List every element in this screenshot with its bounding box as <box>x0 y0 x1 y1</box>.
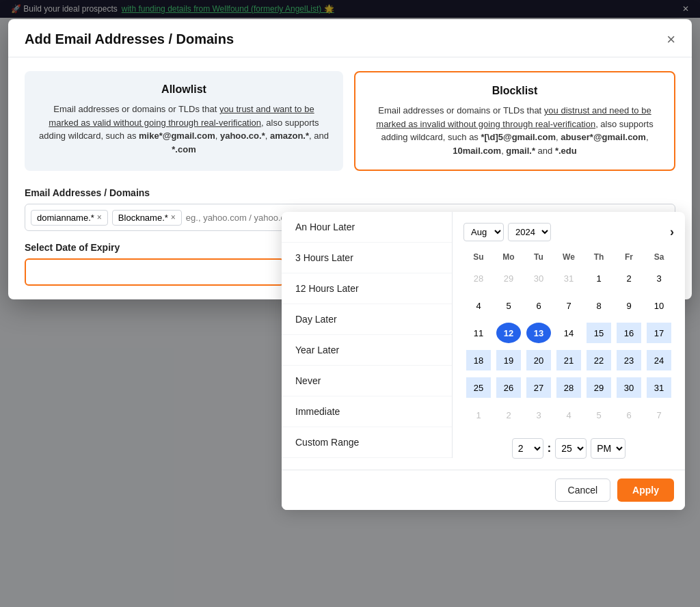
calendar-panel: JanFebMarApr MayJunJulAug SepOctNovDec 2… <box>453 212 685 470</box>
cal-header-tu: Tu <box>524 249 554 265</box>
cal-header-mo: Mo <box>494 249 524 265</box>
time-picker: 2 1345 6789 101112 : 00051015 20253035 4… <box>463 438 674 459</box>
option-year-later[interactable]: Year Later <box>282 335 452 366</box>
cal-cell[interactable]: 27 <box>524 374 554 401</box>
cal-cell[interactable]: 3 <box>524 401 554 429</box>
cal-cell[interactable]: 9 <box>614 292 644 319</box>
cal-cell[interactable]: 20 <box>524 347 554 374</box>
calendar-grid: Su Mo Tu We Th Fr Sa 2829303112345678910… <box>463 249 674 429</box>
blocklist-desc: Email addresses or domains or TLDs that … <box>369 104 660 157</box>
cal-cell[interactable]: 10 <box>644 292 674 319</box>
allowlist-desc: Email addresses or domains or TLDs that … <box>38 103 329 156</box>
calendar-next-button[interactable]: › <box>670 225 674 239</box>
cal-cell[interactable]: 2 <box>614 265 644 292</box>
calendar-header: JanFebMarApr MayJunJulAug SepOctNovDec 2… <box>463 223 674 241</box>
cal-cell[interactable]: 30 <box>614 374 644 401</box>
email-field-label: Email Addresses / Domains <box>25 187 675 198</box>
cal-cell[interactable]: 31 <box>554 265 584 292</box>
calendar-body: 2829303112345678910111213141516171819202… <box>463 265 674 429</box>
option-immediate[interactable]: Immediate <box>282 396 452 427</box>
cal-cell[interactable]: 1 <box>463 401 494 429</box>
cal-cell[interactable]: 25 <box>463 374 494 401</box>
cal-cell[interactable]: 7 <box>644 401 674 429</box>
month-select[interactable]: JanFebMarApr MayJunJulAug SepOctNovDec <box>463 223 504 241</box>
tag-blockname: Blockname.* × <box>112 210 182 226</box>
tag-label-2: Blockname.* <box>118 213 168 223</box>
expiry-dropdown-panel: An Hour Later 3 Hours Later 12 Hours Lat… <box>282 212 685 510</box>
minute-select[interactable]: 00051015 20253035 40455055 <box>555 438 587 459</box>
dropdown-footer: Cancel Apply <box>282 470 685 510</box>
tag-label: domianname.* <box>37 213 94 223</box>
cal-header-su: Su <box>463 249 494 265</box>
cal-cell[interactable]: 31 <box>644 374 674 401</box>
cal-header-we: We <box>554 249 584 265</box>
cal-cell[interactable]: 18 <box>463 347 494 374</box>
cal-cell[interactable]: 22 <box>584 347 614 374</box>
cal-cell[interactable]: 19 <box>494 347 524 374</box>
option-never[interactable]: Never <box>282 366 452 396</box>
option-3-hours-later[interactable]: 3 Hours Later <box>282 243 452 273</box>
cal-cell[interactable]: 12 <box>494 319 524 347</box>
expiry-input[interactable] <box>25 258 284 286</box>
cal-cell[interactable]: 4 <box>554 401 584 429</box>
time-colon: : <box>548 442 551 455</box>
cal-cell[interactable]: 29 <box>584 374 614 401</box>
hour-select[interactable]: 2 1345 6789 101112 <box>512 438 543 459</box>
cal-cell[interactable]: 21 <box>554 347 584 374</box>
cal-header-sa: Sa <box>644 249 674 265</box>
option-custom-range[interactable]: Custom Range <box>282 427 452 458</box>
cal-cell[interactable]: 5 <box>584 401 614 429</box>
cal-cell[interactable]: 11 <box>463 319 494 347</box>
cal-cell[interactable]: 3 <box>644 265 674 292</box>
allowlist-title: Allowlist <box>38 83 329 96</box>
cal-cell[interactable]: 14 <box>554 319 584 347</box>
cal-cell[interactable]: 24 <box>644 347 674 374</box>
cal-cell[interactable]: 16 <box>614 319 644 347</box>
cal-cell[interactable]: 30 <box>524 265 554 292</box>
tag-remove-domianname[interactable]: × <box>97 213 102 222</box>
cal-cell[interactable]: 8 <box>584 292 614 319</box>
cal-cell[interactable]: 2 <box>494 401 524 429</box>
option-day-later[interactable]: Day Later <box>282 304 452 335</box>
dropdown-options-list: An Hour Later 3 Hours Later 12 Hours Lat… <box>282 212 453 458</box>
cal-cell[interactable]: 4 <box>463 292 494 319</box>
cal-cell[interactable]: 17 <box>644 319 674 347</box>
cal-cell[interactable]: 23 <box>614 347 644 374</box>
cal-cell[interactable]: 6 <box>524 292 554 319</box>
allowlist-card: Allowlist Email addresses or domains or … <box>25 71 343 171</box>
option-an-hour-later[interactable]: An Hour Later <box>282 212 452 243</box>
modal-title: Add Email Addresses / Domains <box>25 31 234 47</box>
cal-cell[interactable]: 13 <box>524 319 554 347</box>
cal-cell[interactable]: 28 <box>554 374 584 401</box>
modal-header: Add Email Addresses / Domains × <box>8 19 692 57</box>
cal-cell[interactable]: 7 <box>554 292 584 319</box>
dropdown-content: An Hour Later 3 Hours Later 12 Hours Lat… <box>282 212 685 470</box>
period-select[interactable]: AM PM <box>591 438 625 459</box>
cal-header-fr: Fr <box>614 249 644 265</box>
list-cards: Allowlist Email addresses or domains or … <box>25 71 675 171</box>
year-select[interactable]: 20222023202420252026 <box>508 223 551 241</box>
cal-cell[interactable]: 28 <box>463 265 494 292</box>
apply-button[interactable]: Apply <box>617 478 674 502</box>
cal-cell[interactable]: 26 <box>494 374 524 401</box>
tag-remove-blockname[interactable]: × <box>171 213 176 222</box>
tag-domianname: domianname.* × <box>31 210 108 226</box>
cal-cell[interactable]: 5 <box>494 292 524 319</box>
cal-cell[interactable]: 6 <box>614 401 644 429</box>
option-12-hours-later[interactable]: 12 Hours Later <box>282 273 452 304</box>
cal-cell[interactable]: 1 <box>584 265 614 292</box>
calendar-selects: JanFebMarApr MayJunJulAug SepOctNovDec 2… <box>463 223 551 241</box>
cal-header-th: Th <box>584 249 614 265</box>
modal-close-button[interactable]: × <box>667 32 675 47</box>
cal-cell[interactable]: 29 <box>494 265 524 292</box>
blocklist-card: Blocklist Email addresses or domains or … <box>354 71 675 171</box>
cancel-button[interactable]: Cancel <box>555 478 611 502</box>
blocklist-title: Blocklist <box>369 85 660 97</box>
cal-cell[interactable]: 15 <box>584 319 614 347</box>
